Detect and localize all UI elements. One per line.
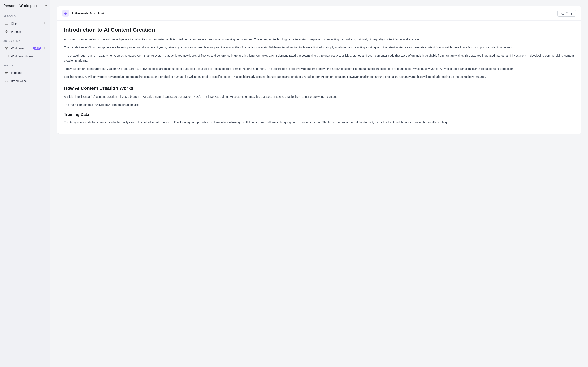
chat-icon	[5, 21, 9, 25]
sidebar-item-projects[interactable]: Projects	[1, 28, 49, 36]
sidebar-item-workflow-library[interactable]: Workflow Library	[1, 52, 49, 60]
main-content: 1. Generate Blog Post Copy Introduction …	[50, 0, 588, 367]
sidebar: Personal Workspace ▾ AI TOOLS Chat + Pro…	[0, 0, 50, 367]
article-h2: How AI Content Creation Works	[64, 85, 574, 92]
card-title-group: 1. Generate Blog Post	[62, 10, 104, 17]
article-body: Introduction to AI Content Creation AI c…	[57, 21, 581, 134]
workflows-new-badge: NEW	[33, 47, 41, 50]
ai-tools-section-label: AI TOOLS	[0, 11, 50, 19]
svg-line-9	[7, 48, 8, 49]
svg-rect-0	[5, 30, 6, 31]
section-ai-tools: AI TOOLS Chat + Projects	[0, 11, 50, 36]
chat-label: Chat	[11, 22, 41, 25]
article-p4: Today, AI content generators like Jasper…	[64, 66, 574, 72]
sidebar-item-workflows[interactable]: Workflows NEW +	[1, 44, 49, 52]
copy-button[interactable]: Copy	[557, 10, 576, 17]
projects-label: Projects	[11, 30, 46, 33]
article-p1: AI content creation refers to the automa…	[64, 37, 574, 42]
svg-rect-2	[7, 32, 8, 33]
workspace-title: Personal Workspace	[3, 4, 38, 8]
sidebar-item-infobase[interactable]: Infobase	[1, 69, 49, 77]
workflows-add-icon[interactable]: +	[43, 46, 46, 50]
copy-icon	[561, 12, 564, 15]
svg-line-8	[6, 48, 7, 49]
content-card: 1. Generate Blog Post Copy Introduction …	[57, 6, 581, 134]
workspace-chevron-icon[interactable]: ▾	[45, 4, 47, 8]
sidebar-header: Personal Workspace ▾	[0, 0, 50, 11]
article-h3: Training Data	[64, 112, 574, 117]
svg-rect-21	[562, 13, 564, 15]
workflows-icon	[5, 46, 9, 50]
article-p2: The capabilities of AI content generator…	[64, 45, 574, 50]
infobase-label: Infobase	[11, 71, 46, 75]
automation-section-label: AUTOMATION	[0, 36, 50, 44]
chat-add-icon[interactable]: +	[43, 21, 46, 25]
workflow-library-label: Workflow Library	[11, 55, 46, 58]
svg-rect-10	[5, 55, 8, 57]
article-p8: The AI system needs to be trained on hig…	[64, 120, 574, 125]
svg-marker-20	[64, 12, 67, 15]
article-p7: The main components involved in AI conte…	[64, 102, 574, 108]
step-title: 1. Generate Blog Post	[72, 12, 104, 15]
svg-rect-3	[5, 32, 6, 33]
section-automation: AUTOMATION Workflows NEW + Workflow Libr…	[0, 36, 50, 61]
article-p6: Artificial intelligence (AI) content cre…	[64, 94, 574, 100]
assets-section-label: ASSETS	[0, 61, 50, 69]
content-card-header: 1. Generate Blog Post Copy	[57, 6, 581, 21]
workflow-library-icon	[5, 54, 9, 58]
article-h1: Introduction to AI Content Creation	[64, 26, 574, 33]
section-assets: ASSETS Infobase Brand Voice	[0, 61, 50, 85]
projects-icon	[5, 30, 9, 34]
workflows-label: Workflows	[11, 47, 31, 50]
article-p5: Looking ahead, AI will grow more advance…	[64, 74, 574, 79]
svg-rect-1	[7, 30, 8, 31]
sidebar-item-brand-voice[interactable]: Brand Voice	[1, 77, 49, 85]
sidebar-item-chat[interactable]: Chat +	[1, 19, 49, 27]
brand-voice-icon	[5, 79, 9, 83]
step-icon	[62, 10, 69, 17]
article-p3: The breakthrough came in 2020 when OpenA…	[64, 53, 574, 63]
infobase-icon	[5, 71, 9, 75]
brand-voice-label: Brand Voice	[11, 79, 46, 83]
